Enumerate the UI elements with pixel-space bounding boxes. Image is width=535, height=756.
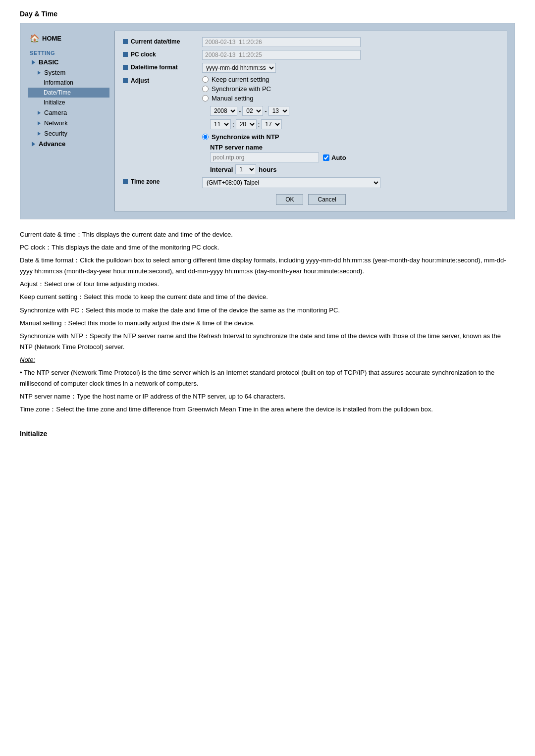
sidebar: 🏠 HOME SETTING BASIC System Information … <box>28 31 114 211</box>
month-select[interactable]: 010203040506070809101112 <box>242 106 263 116</box>
adjust-label: Adjust <box>123 76 202 84</box>
security-label: Security <box>44 130 67 137</box>
arrow-icon-system <box>38 71 41 75</box>
radio-manual[interactable] <box>202 95 209 101</box>
radio-ntp-row: Synchronize with NTP <box>202 133 499 141</box>
page-title: Day & Time <box>20 10 515 18</box>
radio-ntp[interactable] <box>202 134 209 140</box>
desc-ntp-server: NTP server name：Type the host name or IP… <box>20 391 515 402</box>
btn-row: OK Cancel <box>123 194 499 205</box>
ntp-section: NTP server name Auto Interval 12345101 <box>210 144 499 174</box>
auto-checkbox[interactable] <box>323 154 329 161</box>
desc-note-body: • The NTP server (Network Time Protocol)… <box>20 367 515 389</box>
sidebar-setting-label: SETTING <box>28 46 109 57</box>
desc-section: Current date & time：This displays the cu… <box>20 229 515 415</box>
radio-ntp-label: Synchronize with NTP <box>212 133 279 141</box>
radio-keep-row: Keep current setting <box>202 76 499 83</box>
ntp-server-input[interactable] <box>210 152 319 162</box>
ntp-server-name-label: NTP server name <box>210 144 499 151</box>
radio-manual-label: Manual setting <box>212 95 254 102</box>
hour-select[interactable]: 00010203040506070809101112 <box>210 119 231 129</box>
desc-adjust: Adjust：Select one of four time adjusting… <box>20 279 515 290</box>
arrow-icon-advance <box>32 142 35 147</box>
pc-clock-row: PC clock <box>123 50 499 60</box>
year-select[interactable]: 200820072009 <box>210 106 237 116</box>
home-label: HOME <box>42 35 61 42</box>
arrow-icon-basic <box>32 60 35 65</box>
main-panel: 🏠 HOME SETTING BASIC System Information … <box>20 23 515 219</box>
ntp-input-row: Auto <box>210 152 499 162</box>
sidebar-home[interactable]: 🏠 HOME <box>28 31 109 46</box>
bottom-section-title: Initialize <box>20 430 515 438</box>
date-selectors: 200820072009 - 010203040506070809101112 … <box>210 106 499 116</box>
initialize-label: Initialize <box>44 99 65 106</box>
auto-label: Auto <box>331 154 346 161</box>
datetime-format-row: Date/time format yyyy-mm-dd hh:mm:ss mm-… <box>123 63 499 73</box>
timezone-label: Time zone <box>123 177 202 185</box>
network-label: Network <box>44 119 68 127</box>
desc-datetime-format: Date & time format：Click the pulldown bo… <box>20 255 515 277</box>
dot-month: - <box>265 107 267 115</box>
information-label: Information <box>44 79 73 86</box>
ok-button[interactable]: OK <box>276 194 303 205</box>
dot-year: - <box>239 107 241 115</box>
content-area: Current date/time PC clock Date/time for… <box>114 31 507 211</box>
sidebar-item-initialize[interactable]: Initialize <box>28 98 109 107</box>
system-label: System <box>44 69 65 76</box>
interval-select[interactable]: 12345101224 <box>235 164 256 174</box>
datetime-format-select[interactable]: yyyy-mm-dd hh:mm:ss mm-dd-yyyy hh:mm:ss … <box>202 63 276 73</box>
datetime-format-label: Date/time format <box>123 63 202 71</box>
desc-manual: Manual setting：Select this mode to manua… <box>20 318 515 329</box>
auto-checkbox-label: Auto <box>323 154 346 161</box>
desc-sync-ntp: Synchronize with NTP：Specify the NTP ser… <box>20 331 515 353</box>
datetime-format-value: yyyy-mm-dd hh:mm:ss mm-dd-yyyy hh:mm:ss … <box>202 63 499 73</box>
pc-clock-input[interactable] <box>202 50 361 60</box>
desc-current-datetime: Current date & time：This displays the cu… <box>20 229 515 240</box>
radio-group: Keep current setting Synchronize with PC… <box>202 76 499 174</box>
sidebar-item-information[interactable]: Information <box>28 78 109 88</box>
sidebar-item-basic[interactable]: BASIC <box>28 57 109 67</box>
adjust-value: Keep current setting Synchronize with PC… <box>202 76 499 174</box>
timezone-select[interactable]: (GMT+08:00) Taipei (GMT+00:00) UTC (GMT-… <box>202 177 380 188</box>
current-datetime-input[interactable] <box>202 37 361 47</box>
sidebar-item-datetime[interactable]: Date/Time <box>28 88 109 98</box>
desc-timezone: Time zone：Select the time zone and time … <box>20 404 515 415</box>
sidebar-item-advance[interactable]: Advance <box>28 139 109 149</box>
desc-keep-current: Keep current setting：Select this mode to… <box>20 292 515 302</box>
square-icon-3 <box>123 65 128 70</box>
minute-select[interactable]: 00051015202530 <box>236 119 257 129</box>
sidebar-item-network[interactable]: Network <box>28 118 109 128</box>
radio-manual-row: Manual setting <box>202 95 499 102</box>
desc-sync-pc: Synchronize with PC：Select this mode to … <box>20 305 515 316</box>
adjust-row: Adjust Keep current setting Synchronize … <box>123 76 499 174</box>
sidebar-item-security[interactable]: Security <box>28 128 109 139</box>
advance-label: Advance <box>39 140 65 148</box>
timezone-value: (GMT+08:00) Taipei (GMT+00:00) UTC (GMT-… <box>202 177 499 188</box>
basic-label: BASIC <box>39 58 58 66</box>
home-icon: 🏠 <box>30 34 40 43</box>
current-datetime-label: Current date/time <box>123 37 202 45</box>
radio-keep[interactable] <box>202 76 209 83</box>
square-icon-1 <box>123 39 128 44</box>
arrow-icon-camera <box>38 111 41 115</box>
radio-syncpc[interactable] <box>202 86 209 92</box>
sidebar-item-system[interactable]: System <box>28 67 109 78</box>
arrow-icon-network <box>38 121 41 125</box>
time-selectors: 00010203040506070809101112 : 00051015202… <box>210 119 499 129</box>
second-select[interactable]: 000102030405060708091011121314151617 <box>261 119 282 129</box>
day-select[interactable]: 010203040506070809101112131415 <box>268 106 289 116</box>
sidebar-item-camera[interactable]: Camera <box>28 107 109 118</box>
current-datetime-row: Current date/time <box>123 37 499 47</box>
square-icon-2 <box>123 52 128 57</box>
camera-label: Camera <box>44 109 67 116</box>
cancel-button[interactable]: Cancel <box>308 194 345 205</box>
colon-hour: : <box>232 121 234 128</box>
desc-note-title: Note: <box>20 354 515 365</box>
interval-label: Interval <box>210 166 233 173</box>
current-datetime-value <box>202 37 499 47</box>
square-icon-5 <box>123 179 128 184</box>
datetime-label: Date/Time <box>44 89 71 96</box>
radio-syncpc-label: Synchronize with PC <box>212 85 271 93</box>
square-icon-4 <box>123 78 128 83</box>
pc-clock-value <box>202 50 499 60</box>
